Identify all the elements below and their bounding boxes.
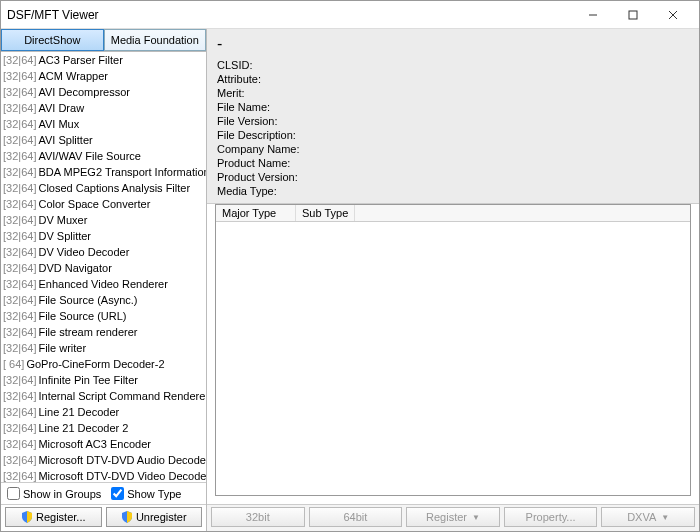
filter-item[interactable]: [32|64]ACM Wrapper	[1, 68, 206, 84]
filter-item[interactable]: [32|64]File stream renderer	[1, 324, 206, 340]
svg-rect-1	[629, 11, 637, 19]
filter-name: AVI/WAV File Source	[38, 149, 141, 163]
filter-item[interactable]: [32|64]Infinite Pin Tee Filter	[1, 372, 206, 388]
filter-item[interactable]: [32|64]Line 21 Decoder 2	[1, 420, 206, 436]
arch-tag: [32|64]	[3, 69, 36, 83]
arch-tag: [32|64]	[3, 421, 36, 435]
close-button[interactable]	[653, 2, 693, 28]
maximize-button[interactable]	[613, 2, 653, 28]
attribute-label: Attribute:	[217, 73, 261, 85]
register-button[interactable]: Register...	[5, 507, 102, 527]
filter-name: AVI Draw	[38, 101, 84, 115]
filter-name: File writer	[38, 341, 86, 355]
filter-item[interactable]: [32|64]AVI/WAV File Source	[1, 148, 206, 164]
media-type-table: Major Type Sub Type	[215, 204, 691, 496]
col-major-type[interactable]: Major Type	[216, 205, 296, 221]
property-button[interactable]: Property...	[504, 507, 598, 527]
filter-item[interactable]: [32|64]AVI Draw	[1, 100, 206, 116]
filter-item[interactable]: [32|64]AVI Decompressor	[1, 84, 206, 100]
b64-button[interactable]: 64bit	[309, 507, 403, 527]
product-label: Product Name:	[217, 157, 290, 169]
filter-name: DVD Navigator	[38, 261, 111, 275]
filter-name: File stream renderer	[38, 325, 137, 339]
filter-name: Microsoft AC3 Encoder	[38, 437, 151, 451]
filedesc-label: File Description:	[217, 129, 296, 141]
footer-register-button[interactable]: Register▼	[406, 507, 500, 527]
arch-tag: [32|64]	[3, 373, 36, 387]
filter-name: AVI Decompressor	[38, 85, 130, 99]
filter-name: Line 21 Decoder 2	[38, 421, 128, 435]
tab-bar: DirectShow Media Foundation	[1, 29, 206, 52]
filter-item[interactable]: [32|64]AC3 Parser Filter	[1, 52, 206, 68]
filter-item[interactable]: [32|64]File writer	[1, 340, 206, 356]
fileversion-label: File Version:	[217, 115, 278, 127]
arch-tag: [32|64]	[3, 165, 36, 179]
list-options: Show in Groups Show Type	[1, 482, 206, 504]
filter-item[interactable]: [32|64]Line 21 Decoder	[1, 404, 206, 420]
mediatype-label: Media Type:	[217, 185, 277, 197]
footer-buttons: 32bit 64bit Register▼ Property... DXVA▼	[207, 504, 699, 531]
arch-tag: [32|64]	[3, 85, 36, 99]
filter-item[interactable]: [32|64]AVI Mux	[1, 116, 206, 132]
filter-name: Microsoft DTV-DVD Audio Decoder	[38, 453, 206, 467]
filter-item[interactable]: [32|64]Microsoft AC3 Encoder	[1, 436, 206, 452]
minimize-button[interactable]	[573, 2, 613, 28]
b32-button[interactable]: 32bit	[211, 507, 305, 527]
filter-name: AVI Splitter	[38, 133, 92, 147]
filter-name: BDA MPEG2 Transport Information Filter	[38, 165, 206, 179]
right-pane: - CLSID: Attribute: Merit: File Name: Fi…	[207, 29, 699, 531]
filter-item[interactable]: [32|64]DVD Navigator	[1, 260, 206, 276]
col-sub-type[interactable]: Sub Type	[296, 205, 355, 221]
filter-item[interactable]: [32|64]Enhanced Video Renderer	[1, 276, 206, 292]
dxva-button[interactable]: DXVA▼	[601, 507, 695, 527]
filter-item[interactable]: [32|64]BDA MPEG2 Transport Information F…	[1, 164, 206, 180]
filter-item[interactable]: [32|64]Microsoft DTV-DVD Audio Decoder	[1, 452, 206, 468]
arch-tag: [32|64]	[3, 197, 36, 211]
tab-mediafoundation[interactable]: Media Foundation	[104, 29, 207, 51]
arch-tag: [32|64]	[3, 277, 36, 291]
arch-tag: [32|64]	[3, 117, 36, 131]
arch-tag: [32|64]	[3, 229, 36, 243]
content-area: DirectShow Media Foundation [32|64]AC3 P…	[1, 29, 699, 531]
tab-directshow[interactable]: DirectShow	[1, 29, 104, 51]
show-type-check[interactable]: Show Type	[111, 487, 181, 500]
filter-item[interactable]: [32|64]DV Muxer	[1, 212, 206, 228]
chevron-down-icon: ▼	[472, 513, 480, 522]
media-table-header: Major Type Sub Type	[216, 205, 690, 222]
show-in-groups-check[interactable]: Show in Groups	[7, 487, 101, 500]
filter-name: Internal Script Command Renderer	[38, 389, 206, 403]
titlebar: DSF/MFT Viewer	[1, 1, 699, 29]
filter-item[interactable]: [32|64]File Source (Async.)	[1, 292, 206, 308]
filter-name: Infinite Pin Tee Filter	[38, 373, 137, 387]
filter-item[interactable]: [32|64]Color Space Converter	[1, 196, 206, 212]
filter-name-display: -	[217, 35, 689, 53]
filter-item[interactable]: [ 64]GoPro-CineForm Decoder-2	[1, 356, 206, 372]
arch-tag: [32|64]	[3, 133, 36, 147]
media-table-body	[216, 222, 690, 495]
arch-tag: [ 64]	[3, 357, 24, 371]
filter-name: GoPro-CineForm Decoder-2	[26, 357, 164, 371]
filter-name: Microsoft DTV-DVD Video Decoder	[38, 469, 206, 482]
arch-tag: [32|64]	[3, 309, 36, 323]
filter-item[interactable]: [32|64]DV Video Decoder	[1, 244, 206, 260]
prodver-label: Product Version:	[217, 171, 298, 183]
filename-label: File Name:	[217, 101, 270, 113]
filter-list[interactable]: [32|64]AC3 Parser Filter[32|64]ACM Wrapp…	[1, 52, 206, 482]
arch-tag: [32|64]	[3, 261, 36, 275]
filter-item[interactable]: [32|64]Closed Captions Analysis Filter	[1, 180, 206, 196]
filter-name: Line 21 Decoder	[38, 405, 119, 419]
arch-tag: [32|64]	[3, 181, 36, 195]
filter-item[interactable]: [32|64]AVI Splitter	[1, 132, 206, 148]
arch-tag: [32|64]	[3, 469, 36, 482]
filter-name: File Source (URL)	[38, 309, 126, 323]
filter-item[interactable]: [32|64]File Source (URL)	[1, 308, 206, 324]
filter-item[interactable]: [32|64]Internal Script Command Renderer	[1, 388, 206, 404]
filter-name: AC3 Parser Filter	[38, 53, 122, 67]
unregister-button[interactable]: Unregister	[106, 507, 203, 527]
filter-item[interactable]: [32|64]DV Splitter	[1, 228, 206, 244]
app-window: DSF/MFT Viewer DirectShow Media Foundati…	[0, 0, 700, 532]
window-title: DSF/MFT Viewer	[7, 8, 573, 22]
arch-tag: [32|64]	[3, 53, 36, 67]
filter-item[interactable]: [32|64]Microsoft DTV-DVD Video Decoder	[1, 468, 206, 482]
left-pane: DirectShow Media Foundation [32|64]AC3 P…	[1, 29, 207, 531]
